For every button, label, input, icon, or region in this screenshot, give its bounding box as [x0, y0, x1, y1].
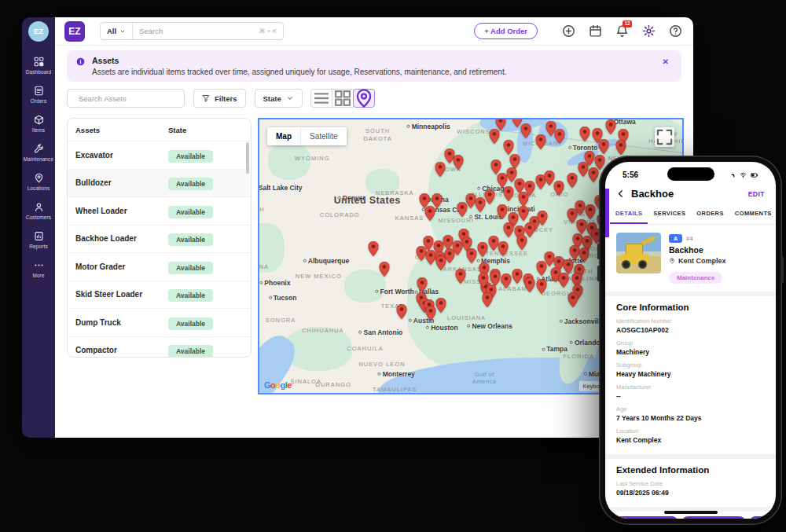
- list-view-button[interactable]: [310, 89, 332, 108]
- map-pin-marker[interactable]: [501, 273, 511, 288]
- table-row[interactable]: Skid Steer Loader Available: [68, 281, 251, 310]
- asset-search-input[interactable]: [79, 94, 182, 103]
- map-pin-marker[interactable]: [520, 123, 531, 138]
- map-pin-marker[interactable]: [615, 140, 626, 155]
- notifications-button[interactable]: 12: [615, 24, 629, 38]
- replace-asset-button[interactable]: REPLACE ASSET: [682, 516, 745, 519]
- map-pin-marker[interactable]: [461, 237, 472, 251]
- help-button[interactable]: [669, 24, 682, 38]
- map-pin-marker[interactable]: [457, 202, 468, 217]
- calendar-button[interactable]: [589, 24, 602, 38]
- map-pin-marker[interactable]: [396, 304, 406, 319]
- sidebar-item-items[interactable]: Items: [22, 109, 55, 138]
- sidebar-item-maintenance[interactable]: Maintenance: [22, 138, 55, 167]
- sidebar-item-more[interactable]: More: [22, 255, 55, 284]
- map-pin-marker[interactable]: [584, 151, 594, 166]
- sidebar-item-dashboard[interactable]: Dashboard: [22, 51, 55, 80]
- map-pin-marker[interactable]: [498, 241, 508, 256]
- map-pin-marker[interactable]: [478, 242, 488, 257]
- global-search-input[interactable]: [133, 27, 259, 35]
- map-pin-marker[interactable]: [504, 140, 514, 155]
- avatar[interactable]: EZ: [28, 21, 49, 42]
- map-pin-marker[interactable]: [510, 154, 520, 169]
- map-pin-marker[interactable]: [605, 119, 615, 134]
- map-pin-marker[interactable]: [504, 186, 514, 201]
- back-button[interactable]: [616, 189, 625, 198]
- edit-button[interactable]: EDIT: [748, 190, 765, 198]
- map-pin-marker[interactable]: [589, 167, 599, 182]
- map-pin-marker[interactable]: [456, 269, 466, 284]
- home-indicator[interactable]: [664, 511, 718, 514]
- sidebar-item-orders[interactable]: Orders: [22, 80, 55, 109]
- table-row[interactable]: Motor Grader Available: [68, 253, 251, 281]
- map-pin-marker[interactable]: [567, 208, 578, 223]
- map-pin-marker[interactable]: [379, 262, 389, 277]
- table-scrollbar[interactable]: [246, 142, 249, 174]
- map-pin-marker[interactable]: [368, 241, 378, 256]
- map-type-map[interactable]: Map: [267, 127, 300, 145]
- map-pin-marker[interactable]: [453, 155, 463, 170]
- quick-add-button[interactable]: [562, 24, 575, 38]
- map-pin-marker[interactable]: [535, 134, 545, 149]
- table-row[interactable]: Dump Truck Available: [68, 309, 251, 337]
- map-pin-marker[interactable]: [425, 250, 435, 265]
- more-actions-button[interactable]: [750, 516, 766, 519]
- map-pin-marker[interactable]: [567, 173, 578, 188]
- fullscreen-button[interactable]: [655, 127, 674, 147]
- map-pin-marker[interactable]: [537, 279, 547, 294]
- tab-services[interactable]: SERVICES: [648, 204, 691, 224]
- map-pin-marker[interactable]: [538, 211, 548, 226]
- search-scope-dropdown[interactable]: All: [101, 23, 133, 39]
- table-row[interactable]: Wheel Loader Available: [68, 197, 251, 226]
- map-pin-marker[interactable]: [485, 189, 495, 204]
- map-pin-marker[interactable]: [491, 160, 501, 174]
- map-pin-marker[interactable]: [519, 206, 529, 221]
- map-pin-marker[interactable]: [498, 204, 508, 219]
- table-row[interactable]: Backhoe Loader Available: [68, 226, 251, 254]
- global-search[interactable]: All ⌘ + K: [100, 22, 284, 40]
- map-view-button[interactable]: [353, 89, 375, 108]
- map-pin-marker[interactable]: [519, 192, 529, 207]
- banner-close-icon[interactable]: ✕: [659, 56, 672, 68]
- map-pin-marker[interactable]: [580, 127, 590, 141]
- map-type-satellite[interactable]: Satellite: [300, 127, 347, 145]
- map-pin-marker[interactable]: [416, 246, 426, 261]
- map-pin-marker[interactable]: [512, 269, 522, 284]
- table-row[interactable]: Excavator Available: [68, 141, 251, 170]
- map-pin-marker[interactable]: [553, 181, 564, 196]
- map-pin-marker[interactable]: [568, 292, 578, 307]
- sidebar-item-locations[interactable]: Locations: [22, 167, 55, 196]
- tab-comments[interactable]: COMMENTS: [729, 204, 776, 224]
- print-label-button[interactable]: PRINT LABEL: [615, 516, 678, 519]
- map-pin-marker[interactable]: [436, 298, 446, 313]
- map-pin-marker[interactable]: [599, 139, 609, 154]
- sidebar-item-reports[interactable]: Reports: [22, 226, 55, 255]
- map-pin-marker[interactable]: [489, 129, 499, 144]
- map-pin-marker[interactable]: [516, 235, 527, 250]
- settings-button[interactable]: [642, 24, 656, 38]
- map-pin-marker[interactable]: [577, 219, 587, 234]
- tab-details[interactable]: DETAILS: [610, 204, 648, 224]
- asset-search[interactable]: [67, 89, 185, 108]
- map-pin-marker[interactable]: [579, 248, 590, 262]
- map-pin-marker[interactable]: [537, 261, 547, 276]
- tab-orders[interactable]: ORDERS: [691, 204, 729, 224]
- app-logo[interactable]: EZ: [64, 21, 85, 42]
- state-dropdown[interactable]: State: [255, 89, 303, 108]
- map-pin-marker[interactable]: [435, 162, 446, 177]
- add-order-button[interactable]: + Add Order: [474, 23, 538, 39]
- map-pin-marker[interactable]: [424, 206, 435, 221]
- map-pin-marker[interactable]: [585, 204, 595, 219]
- map-pin-marker[interactable]: [417, 277, 427, 292]
- map-pin-marker[interactable]: [482, 292, 492, 307]
- sidebar-item-customers[interactable]: Customers: [22, 196, 55, 226]
- map-pin-marker[interactable]: [554, 129, 564, 144]
- map-pin-marker[interactable]: [569, 245, 579, 260]
- map-pin-marker[interactable]: [514, 178, 524, 193]
- map-pin-marker[interactable]: [504, 222, 514, 237]
- filters-button[interactable]: Filters: [193, 89, 246, 108]
- map-pin-marker[interactable]: [544, 171, 554, 185]
- table-row[interactable]: Compactor Available: [68, 337, 251, 358]
- map-pin-marker[interactable]: [426, 306, 436, 321]
- grid-view-button[interactable]: [332, 89, 354, 108]
